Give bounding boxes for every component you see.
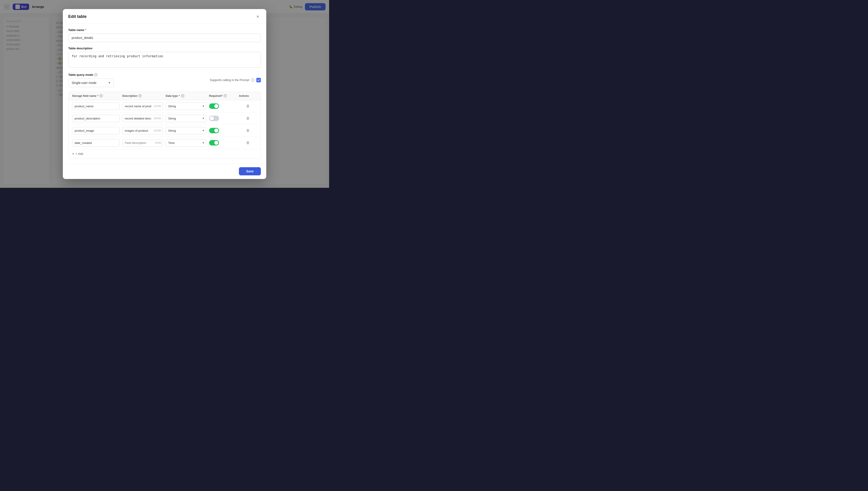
field-name-input-4[interactable]: [72, 139, 120, 147]
col-data-type: Data type * ⓘ: [166, 94, 206, 98]
char-count-1: 23/300: [153, 105, 161, 108]
desc-wrapper-1: 23/300: [122, 103, 163, 110]
table-row: 18/300 String Number Boolean Time ▼: [68, 125, 260, 137]
modal-footer: Save: [63, 163, 266, 179]
type-select-1[interactable]: String Number Boolean Time: [166, 103, 206, 110]
required-star-name: *: [85, 28, 86, 32]
toggle-knob-3: [214, 128, 218, 133]
query-mode-info-icon[interactable]: ⓘ: [94, 73, 98, 77]
modal-title: Edit table: [68, 14, 87, 19]
query-mode-select[interactable]: Single-user mode Multi-user mode: [68, 79, 114, 87]
col-actions: Actions: [239, 94, 257, 98]
toggle-knob-4: [214, 141, 218, 145]
table-description-section: Table description for recording and retr…: [68, 47, 261, 68]
char-count-4: 0/300: [155, 141, 161, 144]
storage-field-info-icon[interactable]: ⓘ: [99, 94, 103, 98]
col-storage-field-name: Storage field name * ⓘ: [72, 94, 120, 98]
required-info-icon[interactable]: ⓘ: [223, 94, 227, 98]
supports-calling-label: Supports calling in the Prompt: [210, 78, 249, 82]
type-select-2[interactable]: String Number Boolean Time: [166, 115, 206, 122]
type-select-3[interactable]: String Number Boolean Time: [166, 127, 206, 135]
table-row: 0/300 String Number Boolean Time ▼: [68, 137, 260, 149]
col-required: Required? ⓘ: [209, 94, 236, 98]
table-row: 23/300 String Number Boolean Time ▼: [68, 100, 260, 112]
add-label: + Add: [75, 152, 83, 155]
table-name-input[interactable]: [68, 33, 261, 42]
fields-table: Storage field name * ⓘ Description ⓘ Dat…: [68, 92, 261, 159]
char-count-3: 18/300: [153, 129, 161, 132]
description-info-icon[interactable]: ⓘ: [138, 94, 142, 98]
type-select-4[interactable]: String Number Boolean Time: [166, 139, 206, 147]
table-name-label: Table name *: [68, 28, 261, 32]
save-button[interactable]: Save: [239, 167, 261, 175]
supports-calling-checkbox[interactable]: [256, 78, 261, 82]
char-count-2: 38/300: [153, 117, 161, 120]
type-select-wrapper-1: String Number Boolean Time ▼: [166, 103, 206, 110]
modal-header: Edit table ×: [63, 9, 266, 24]
supports-calling-info-icon[interactable]: ⓘ: [251, 78, 254, 82]
data-type-info-icon[interactable]: ⓘ: [181, 94, 184, 98]
edit-table-modal: Edit table × Table name * Table descript…: [63, 9, 266, 179]
field-name-input-3[interactable]: [72, 127, 120, 135]
delete-button-1[interactable]: 🗑: [239, 104, 257, 108]
query-mode-select-wrapper: Single-user mode Multi-user mode ▼: [68, 79, 114, 87]
required-toggle-1[interactable]: [209, 104, 219, 109]
query-mode-row: Table query mode ⓘ Single-user mode Mult…: [68, 73, 261, 87]
field-name-input-2[interactable]: [72, 115, 120, 122]
desc-wrapper-2: 38/300: [122, 115, 163, 122]
delete-button-3[interactable]: 🗑: [239, 128, 257, 133]
desc-wrapper-4: 0/300: [122, 139, 163, 147]
table-name-section: Table name *: [68, 28, 261, 42]
col-description: Description ⓘ: [122, 94, 163, 98]
plus-icon: +: [72, 152, 74, 156]
delete-button-4[interactable]: 🗑: [239, 141, 257, 145]
supports-calling-row: Supports calling in the Prompt ⓘ: [210, 78, 261, 82]
desc-wrapper-3: 18/300: [122, 127, 163, 135]
modal-body: Table name * Table description for recor…: [63, 24, 266, 163]
add-field-button[interactable]: + + Add: [68, 149, 260, 158]
table-description-label: Table description: [68, 47, 261, 50]
required-toggle-2[interactable]: [209, 116, 219, 121]
modal-close-button[interactable]: ×: [254, 13, 261, 20]
type-select-wrapper-4: String Number Boolean Time ▼: [166, 139, 206, 147]
type-select-wrapper-2: String Number Boolean Time ▼: [166, 115, 206, 122]
modal-overlay: Edit table × Table name * Table descript…: [0, 0, 329, 188]
table-row: 38/300 String Number Boolean Time ▼: [68, 112, 260, 125]
query-mode-label: Table query mode ⓘ: [68, 73, 210, 77]
required-toggle-4[interactable]: [209, 140, 219, 145]
type-select-wrapper-3: String Number Boolean Time ▼: [166, 127, 206, 135]
required-toggle-3[interactable]: [209, 128, 219, 133]
toggle-knob-1: [214, 104, 218, 108]
table-header: Storage field name * ⓘ Description ⓘ Dat…: [68, 92, 260, 100]
delete-button-2[interactable]: 🗑: [239, 116, 257, 120]
query-mode-left: Table query mode ⓘ Single-user mode Mult…: [68, 73, 210, 87]
table-description-input[interactable]: for recording and retrieving product inf…: [68, 52, 261, 68]
toggle-knob-2: [210, 116, 214, 120]
field-name-input-1[interactable]: [72, 103, 120, 110]
